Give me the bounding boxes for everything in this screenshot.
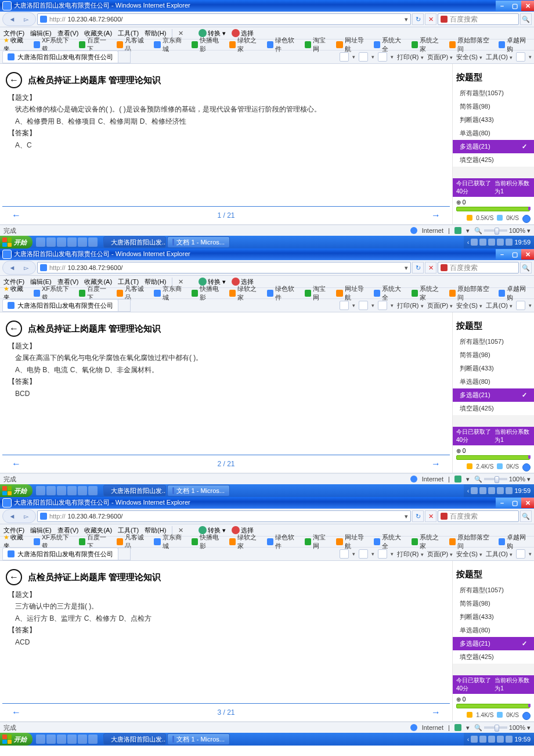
home-icon[interactable]: [340, 52, 349, 62]
url-dropdown-icon[interactable]: ▾: [405, 264, 408, 272]
cmd-item[interactable]: 页面(P) ▾: [427, 301, 453, 310]
filter-item[interactable]: 判断题(433): [453, 113, 534, 127]
back-arrow-button[interactable]: ←: [6, 569, 22, 585]
new-tab-button[interactable]: [118, 299, 131, 312]
bookmark-item[interactable]: 网址导航: [336, 285, 368, 302]
tray-icon[interactable]: [471, 487, 478, 494]
ql-icon[interactable]: [36, 486, 45, 495]
browser-tab[interactable]: 大唐洛阳首阳山发电有限责任公司: [2, 548, 118, 560]
ql-icon[interactable]: [88, 735, 98, 744]
bookmark-item[interactable]: 系统大全: [374, 36, 406, 53]
bookmark-item[interactable]: 卓越网购: [499, 285, 531, 302]
bookmark-item[interactable]: 卓越网购: [499, 533, 531, 550]
maximize-button[interactable]: ▢: [508, 249, 521, 260]
filter-item[interactable]: 所有题型(1057): [453, 87, 534, 100]
cmd-item[interactable]: 打印(R) ▾: [397, 550, 423, 559]
mail-icon[interactable]: [378, 549, 387, 559]
bookmark-item[interactable]: 卓越网购: [499, 36, 531, 53]
bookmark-item[interactable]: 网址导航: [336, 36, 368, 53]
zoom-control[interactable]: 🔍 100%▾: [474, 476, 531, 483]
bookmark-item[interactable]: 快播电影: [192, 285, 223, 302]
filter-item[interactable]: 填空题(425): [453, 402, 534, 415]
tray-icon[interactable]: [506, 736, 513, 743]
tray-icon[interactable]: [506, 239, 513, 246]
bookmark-item[interactable]: 绿软之家: [229, 285, 261, 302]
filter-item[interactable]: 单选题(80): [453, 624, 534, 637]
mail-icon[interactable]: [378, 52, 387, 62]
start-button[interactable]: 开始: [0, 236, 33, 249]
taskbar-task[interactable]: 文档 1 - Micros...: [167, 485, 230, 496]
bookmark-item[interactable]: 快播电影: [192, 533, 223, 550]
cmd-item[interactable]: 工具(O) ▾: [486, 550, 513, 559]
tray-icon[interactable]: [497, 487, 504, 494]
cmd-item[interactable]: 页面(P) ▾: [427, 550, 453, 559]
bookmark-item[interactable]: 绿色软件: [267, 533, 299, 550]
bookmark-item[interactable]: 系统之家: [412, 533, 443, 550]
stop-button[interactable]: ✕: [425, 262, 436, 273]
filter-item[interactable]: 简答题(98): [453, 348, 534, 362]
tray-icon[interactable]: [506, 487, 513, 494]
feeds-icon[interactable]: [359, 549, 368, 559]
ql-icon[interactable]: [36, 237, 45, 247]
bookmark-item[interactable]: 快播电影: [192, 36, 223, 53]
bookmark-item[interactable]: 绿软之家: [229, 533, 261, 550]
filter-item[interactable]: 单选题(80): [453, 127, 534, 140]
tray-icon[interactable]: [479, 239, 486, 246]
bookmark-item[interactable]: 绿软之家: [229, 36, 261, 53]
filter-item[interactable]: 简答题(98): [453, 597, 534, 610]
bookmark-item[interactable]: 系统之家: [412, 36, 443, 53]
help-icon[interactable]: [516, 52, 525, 62]
tray-icon[interactable]: [488, 736, 495, 743]
mail-icon[interactable]: [378, 301, 387, 310]
pager-prev-button[interactable]: ←: [12, 459, 21, 469]
bookmark-item[interactable]: 淘宝网: [305, 533, 331, 550]
search-button[interactable]: 🔍: [520, 262, 532, 273]
refresh-button[interactable]: ↻: [412, 262, 424, 273]
start-button[interactable]: 开始: [0, 484, 33, 497]
bookmark-item[interactable]: 京东商城: [154, 36, 186, 53]
ql-icon[interactable]: [57, 735, 66, 744]
refresh-button[interactable]: ↻: [412, 510, 424, 522]
home-icon[interactable]: [340, 549, 349, 559]
nav-back-button[interactable]: ◄: [5, 261, 19, 274]
search-button[interactable]: 🔍: [520, 510, 532, 522]
url-input[interactable]: http://10.230.48.72:9600/ ▾: [37, 13, 411, 25]
cmd-item[interactable]: 打印(R) ▾: [397, 53, 423, 62]
ql-icon[interactable]: [78, 486, 87, 495]
stop-button[interactable]: ✕: [425, 510, 436, 522]
ql-icon[interactable]: [78, 735, 87, 744]
filter-item[interactable]: 填空题(425): [453, 650, 534, 664]
filter-item[interactable]: 单选题(80): [453, 375, 534, 388]
tray-expand-icon[interactable]: ‹: [467, 239, 470, 246]
bookmark-item[interactable]: 系统之家: [412, 285, 443, 302]
maximize-button[interactable]: ▢: [508, 498, 521, 508]
back-arrow-button[interactable]: ←: [6, 72, 22, 88]
taskbar-task[interactable]: 文档 1 - Micros...: [167, 236, 230, 248]
browser-tab[interactable]: 大唐洛阳首阳山发电有限责任公司: [2, 299, 118, 312]
close-button[interactable]: ✕: [521, 498, 534, 508]
tray-icon[interactable]: [497, 736, 504, 743]
help-icon[interactable]: [516, 549, 525, 559]
tray-clock[interactable]: 19:59: [514, 736, 531, 743]
tray-clock[interactable]: 19:59: [514, 487, 531, 494]
bookmark-item[interactable]: 系统大全: [374, 533, 406, 550]
minimize-button[interactable]: –: [496, 249, 508, 260]
new-tab-button[interactable]: [118, 51, 131, 63]
search-input[interactable]: 百度搜索: [438, 13, 519, 25]
refresh-button[interactable]: ↻: [412, 13, 424, 25]
filter-item[interactable]: 所有题型(1057): [453, 584, 534, 597]
url-dropdown-icon[interactable]: ▾: [405, 16, 408, 23]
cmd-item[interactable]: 打印(R) ▾: [397, 301, 423, 310]
bookmark-item[interactable]: 绿色软件: [267, 285, 299, 302]
home-icon[interactable]: [340, 301, 349, 310]
cmd-item[interactable]: 工具(O) ▾: [486, 53, 513, 62]
url-input[interactable]: http://10.230.48.72:9600/ ▾: [37, 262, 411, 273]
nav-forward-button[interactable]: ▻: [19, 510, 33, 523]
search-input[interactable]: 百度搜索: [438, 262, 519, 273]
pager-prev-button[interactable]: ←: [12, 210, 21, 221]
nav-back-button[interactable]: ◄: [5, 510, 19, 523]
bookmark-item[interactable]: 京东商城: [154, 533, 186, 550]
help-icon[interactable]: [516, 301, 525, 310]
filter-item[interactable]: 简答题(98): [453, 100, 534, 113]
tray-icon[interactable]: [479, 736, 486, 743]
